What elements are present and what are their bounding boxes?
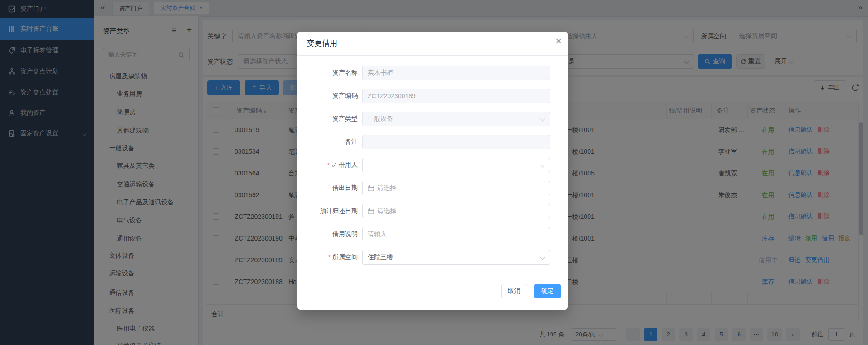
chevron-down-icon (540, 116, 545, 121)
field-label-borrower: * 借用人 (297, 158, 358, 172)
borrower-select[interactable] (362, 158, 550, 172)
pencil-icon (331, 162, 337, 168)
divider (297, 55, 568, 56)
borrow-note-input[interactable]: 请输入 (362, 227, 550, 241)
asset-name-input: 实木书柜 (362, 66, 550, 80)
change-borrow-dialog: 变更借用 × 资产名称 实木书柜 资产编码 ZCTZ202300189 资产类型… (297, 32, 568, 310)
chevron-down-icon (540, 162, 545, 167)
chevron-down-icon (540, 255, 545, 260)
asset-type-select: 一般设备 (362, 112, 550, 126)
confirm-button[interactable]: 确定 (534, 284, 561, 298)
field-label-asset-type: 资产类型 (297, 112, 358, 126)
field-label-asset-code: 资产编码 (297, 89, 358, 103)
cancel-button[interactable]: 取消 (501, 284, 527, 298)
calendar-icon (368, 208, 374, 214)
field-label-remark: 备注 (297, 135, 358, 149)
field-label-borrow-note: 借用说明 (297, 227, 358, 241)
asset-code-input: ZCTZ202300189 (362, 89, 550, 103)
dialog-title: 变更借用 (307, 38, 337, 48)
field-label-space: *所属空间 (297, 250, 358, 265)
return-date-input[interactable]: 请选择 (362, 204, 550, 218)
field-label-lend-date: 借出日期 (297, 181, 358, 195)
field-label-asset-name: 资产名称 (297, 66, 358, 80)
calendar-icon (368, 185, 374, 191)
field-label-return-date: 预计归还日期 (297, 204, 358, 218)
app-root: 资产门户 实时资产台账 电子标签管理 资产盘点计划 资产盘点处置 我的资产 固定… (0, 0, 868, 345)
lend-date-input[interactable]: 请选择 (362, 181, 550, 195)
remark-input (362, 135, 550, 149)
close-icon[interactable]: × (556, 35, 561, 47)
space-select-modal[interactable]: 住院三楼 (362, 250, 550, 265)
